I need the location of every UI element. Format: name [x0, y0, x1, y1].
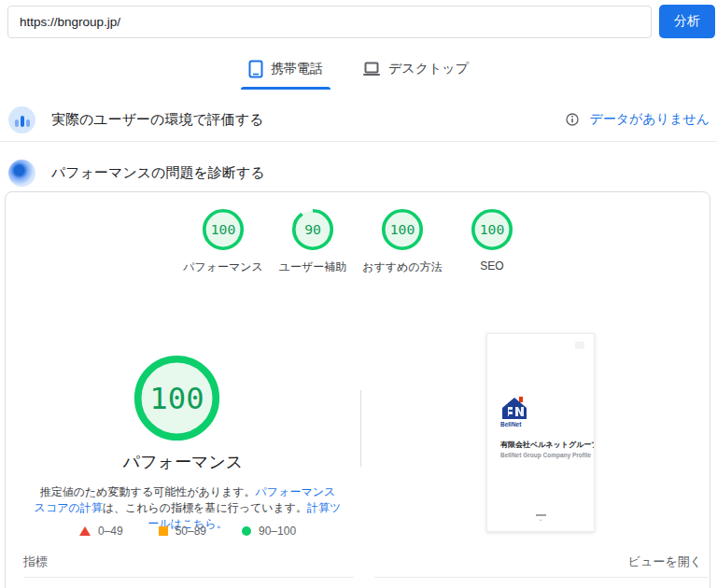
metrics-divider-right	[374, 577, 708, 578]
field-data-icon	[8, 106, 35, 133]
lab-data-section-header: パフォーマンスの問題を診断する	[0, 157, 717, 189]
orange-square-icon	[159, 526, 168, 536]
vertical-divider	[360, 390, 361, 467]
legend-item-pass: 90–100	[242, 525, 296, 538]
metrics-divider-left	[24, 577, 354, 578]
legend-item-average: 50–89	[159, 525, 206, 538]
score-value: 100	[480, 221, 505, 237]
lab-data-title: パフォーマンスの問題を診断する	[51, 164, 265, 182]
field-data-section-header: 実際のユーザーの環境で評価する データがありません	[0, 101, 717, 138]
device-tabs: 携帯電話 デスクトップ	[0, 54, 717, 90]
thumb-menu-placeholder	[575, 342, 584, 349]
tab-mobile-label: 携帯電話	[271, 61, 323, 77]
score-legend: 0–49 50–89 90–100	[34, 525, 342, 538]
open-view-button[interactable]: ビューを開く	[628, 553, 702, 570]
bellnet-house-logo-icon	[500, 396, 528, 420]
section-divider	[0, 141, 717, 142]
info-icon	[565, 112, 580, 127]
site-logo-text: BellNet	[500, 421, 528, 427]
score-gauge-accessibility[interactable]: 90 ユーザー補助	[268, 208, 358, 275]
score-label: おすすめの方法	[362, 259, 442, 275]
score-value: 100	[211, 221, 236, 237]
pagespeed-insights-page: 分析 携帯電話 デスクトップ 実際のユーザーの環境で評価する	[0, 0, 717, 588]
big-score-value: 100	[149, 381, 204, 416]
score-value: 90	[304, 221, 321, 237]
tab-desktop[interactable]: デスクトップ	[353, 54, 478, 90]
lighthouse-icon	[8, 160, 35, 187]
tab-desktop-label: デスクトップ	[388, 61, 469, 77]
score-gauge-performance[interactable]: 100 パフォーマンス	[178, 208, 268, 275]
disclaimer-text-2: は、これらの指標を基に行っています。	[103, 501, 307, 514]
score-label: ユーザー補助	[279, 259, 347, 275]
url-input[interactable]	[7, 6, 652, 38]
legend-item-fail: 0–49	[79, 525, 123, 538]
legend-range: 50–89	[176, 525, 206, 538]
desktop-icon	[362, 61, 381, 77]
site-subtitle: BellNet Group Company Profile	[500, 452, 591, 458]
red-triangle-icon	[79, 526, 91, 536]
field-data-status[interactable]: データがありません	[565, 111, 710, 128]
site-title: 有限会社ベルネットグループ	[500, 440, 595, 450]
no-data-label[interactable]: データがありません	[589, 111, 710, 128]
score-gauge-best-practices[interactable]: 100 おすすめの方法	[358, 208, 447, 275]
tab-mobile[interactable]: 携帯電話	[239, 54, 332, 90]
legend-range: 90–100	[259, 525, 296, 538]
page-screenshot-thumbnail[interactable]: BellNet 有限会社ベルネットグループ BellNet Group Comp…	[486, 333, 595, 532]
score-label: パフォーマンス	[183, 259, 263, 275]
mobile-icon	[248, 60, 263, 78]
analyze-button[interactable]: 分析	[659, 5, 715, 38]
scroll-indicator: ⌄	[487, 514, 594, 522]
disclaimer-text-1: 推定値のため変動する可能性があります。	[40, 485, 256, 498]
report-card: 100 パフォーマンス 90 ユーザー補助 100 おすすめの方法	[5, 191, 710, 588]
field-data-title: 実際のユーザーの環境で評価する	[51, 111, 263, 129]
performance-big-gauge: 100	[133, 354, 221, 442]
score-value: 100	[390, 221, 415, 237]
score-gauge-seo[interactable]: 100 SEO	[447, 208, 537, 275]
metrics-section-label: 指標	[23, 553, 48, 570]
big-gauge-label: パフォーマンス	[43, 451, 323, 473]
green-circle-icon	[242, 526, 251, 536]
legend-range: 0–49	[98, 525, 123, 538]
category-scores-row: 100 パフォーマンス 90 ユーザー補助 100 おすすめの方法	[6, 208, 710, 275]
site-logo: BellNet	[500, 396, 528, 427]
score-label: SEO	[480, 259, 503, 273]
active-tab-underline	[241, 87, 330, 90]
